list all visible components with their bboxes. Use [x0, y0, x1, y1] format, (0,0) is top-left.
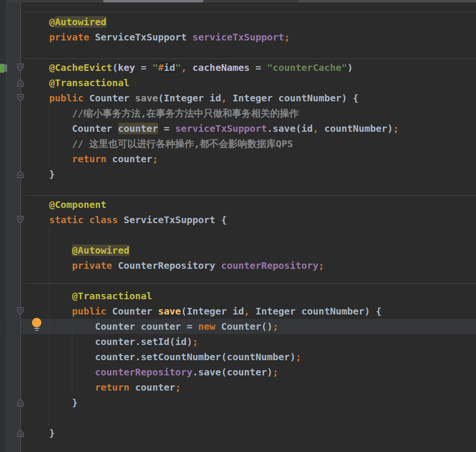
code-token: countNumber)	[318, 123, 393, 134]
code-line[interactable]: @Transactional	[26, 75, 129, 90]
code-token: (	[112, 62, 118, 73]
code-line[interactable]: public Counter save(Integer id, Integer …	[26, 304, 382, 319]
code-token: //缩小事务方法,在事务方法中只做和事务相关的操作	[72, 108, 298, 119]
code-token: counterRepository	[221, 260, 318, 271]
code-token: ;	[393, 123, 399, 134]
code-token: Autowired	[55, 16, 106, 28]
code-token: "counterCache"	[267, 62, 347, 73]
code-token: Integer countNumber) {	[227, 92, 358, 104]
code-token: ;	[192, 336, 198, 347]
lightbulb-glass	[32, 318, 41, 327]
code-line[interactable]: @Autowired	[26, 14, 107, 29]
code-token: ,	[244, 305, 250, 317]
code-token: @Component	[49, 199, 106, 210]
fold-up-icon[interactable]	[17, 398, 24, 407]
code-line[interactable]: // 这里也可以进行各种操作,都不会影响数据库QPS	[26, 136, 293, 151]
code-token: ;	[318, 260, 324, 271]
code-line[interactable]: @Component	[26, 197, 107, 212]
fold-down-icon[interactable]	[17, 94, 24, 102]
code-token: @CacheEvict	[49, 62, 112, 73]
code-line[interactable]: static class ServiceTxSupport {	[26, 212, 227, 227]
vcs-change-marker-icon[interactable]	[0, 64, 8, 73]
code-line[interactable]: private CounterRepository counterReposit…	[26, 258, 324, 273]
vcs-line-bar	[4, 70, 7, 71]
code-token: ;	[175, 382, 181, 393]
code-token: ;	[284, 31, 290, 43]
code-token: @	[49, 16, 55, 28]
code-line[interactable]: return counter;	[26, 380, 181, 395]
code-token: @Autowired	[72, 245, 129, 256]
code-line[interactable]: counter.setCountNumber(countNumber);	[26, 349, 301, 364]
code-token: .save(id	[267, 123, 313, 134]
code-token: }	[26, 168, 55, 180]
code-line[interactable]: @Autowired	[26, 243, 129, 258]
code-token: ,	[221, 92, 227, 104]
intention-lightbulb-icon[interactable]	[31, 318, 42, 331]
fold-up-icon[interactable]	[17, 170, 24, 178]
code-token: return	[95, 382, 129, 393]
code-line[interactable]: Counter counter = serviceTxSupport.save(…	[26, 121, 399, 136]
code-token: "	[152, 62, 158, 73]
vcs-line-bar	[4, 67, 7, 68]
code-token: }	[26, 427, 55, 439]
code-token: .save(counter)	[192, 366, 273, 378]
code-line[interactable]: counter.setId(id);	[26, 334, 198, 349]
code-token: ;	[296, 351, 301, 363]
code-token: counter.setId(id)	[26, 336, 192, 347]
code-token: Counter	[107, 305, 158, 317]
editor-code-area[interactable]: @Autowired private ServiceTxSupport serv…	[0, 0, 476, 452]
code-token: id	[164, 62, 175, 73]
vcs-line-bar	[4, 65, 7, 66]
code-line[interactable]: Counter counter = new Counter();	[26, 319, 278, 334]
code-token	[26, 77, 49, 88]
fold-down-icon[interactable]	[17, 63, 24, 72]
code-token: save	[135, 92, 158, 104]
code-line[interactable]: @Transactional	[26, 288, 152, 304]
code-token: counter	[129, 382, 175, 393]
code-token: ;	[273, 321, 278, 332]
code-token: ;	[152, 153, 158, 165]
code-line[interactable]: public Counter save(Integer id, Integer …	[26, 90, 358, 106]
code-token: ServiceTxSupport	[89, 31, 192, 43]
fold-down-icon[interactable]	[17, 307, 24, 315]
code-token	[26, 260, 72, 271]
code-token	[26, 153, 72, 165]
code-token	[26, 245, 72, 256]
code-token: counterRepository	[95, 366, 193, 378]
code-token	[83, 214, 89, 226]
fold-down-icon[interactable]	[17, 216, 24, 224]
scrollbar-track-segment	[298, 0, 476, 2]
code-line[interactable]: //缩小事务方法,在事务方法中只做和事务相关的操作	[26, 106, 298, 121]
code-line[interactable]: }	[26, 395, 78, 410]
code-token	[26, 366, 95, 378]
horizontal-scrollbar-thumb[interactable]	[103, 0, 203, 2]
code-token: =	[250, 62, 267, 73]
code-line[interactable]: private ServiceTxSupport serviceTxSuppor…	[26, 29, 290, 45]
code-token: ,	[313, 123, 318, 134]
code-token: CounterRepository	[112, 260, 221, 271]
code-token: #	[158, 62, 164, 73]
code-token: Counter	[83, 92, 135, 104]
code-line[interactable]: return counter;	[26, 151, 158, 167]
fold-up-icon[interactable]	[17, 79, 24, 87]
fold-up-icon[interactable]	[17, 429, 24, 437]
code-token	[26, 199, 49, 210]
code-token: private	[49, 31, 89, 43]
code-token	[26, 62, 49, 73]
code-token: serviceTxSupport	[192, 31, 284, 43]
horizontal-scrollbar-track[interactable]	[6, 0, 476, 2]
code-token	[26, 138, 72, 149]
code-line[interactable]: @CacheEvict(key = "#id", cacheNames = "c…	[26, 60, 353, 75]
code-token	[26, 16, 49, 28]
code-token: static	[49, 214, 83, 226]
code-token: Counter counter =	[26, 321, 198, 332]
code-line[interactable]: }	[26, 425, 55, 441]
code-token: )	[347, 62, 353, 73]
code-token: save	[158, 305, 181, 317]
code-token: (Integer id	[158, 92, 221, 104]
code-line[interactable]: }	[26, 167, 55, 182]
lightbulb-base	[34, 328, 40, 329]
code-token: class	[89, 214, 118, 226]
code-token: counter.setCountNumber(countNumber)	[26, 351, 296, 363]
code-line[interactable]: counterRepository.save(counter);	[26, 364, 278, 380]
